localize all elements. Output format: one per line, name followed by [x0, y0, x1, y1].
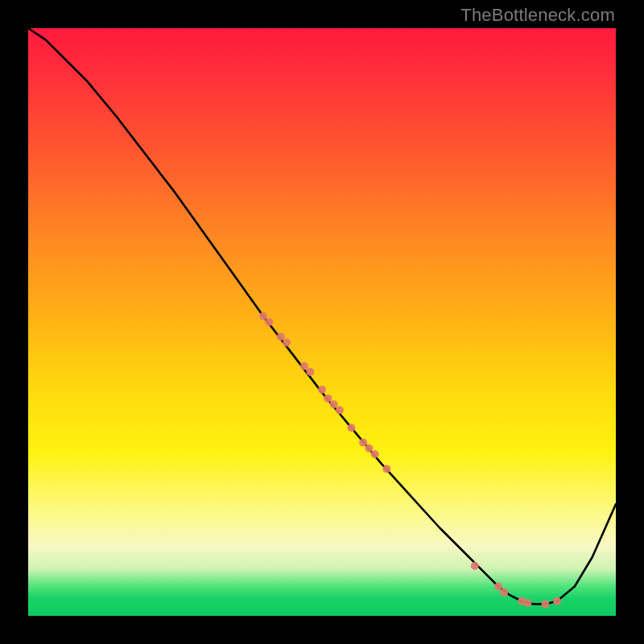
data-point: [348, 423, 356, 431]
data-point: [553, 597, 561, 605]
data-point: [471, 562, 479, 570]
bottleneck-curve: [28, 28, 616, 604]
data-point: [359, 439, 367, 447]
data-point: [277, 332, 285, 341]
data-point: [306, 368, 314, 376]
data-point: [318, 386, 326, 394]
chart-svg: [28, 28, 616, 616]
data-point: [283, 339, 291, 347]
data-point: [382, 465, 390, 473]
data-point: [300, 362, 308, 370]
data-point: [371, 450, 379, 458]
data-point: [524, 599, 532, 607]
data-point: [324, 394, 332, 402]
data-point: [365, 444, 373, 452]
curve-layer: [28, 28, 616, 604]
data-point: [259, 312, 267, 320]
data-point: [336, 407, 344, 415]
marker-layer: [259, 312, 561, 609]
chart-frame: TheBottleneck.com: [0, 0, 644, 644]
data-point: [494, 583, 502, 591]
watermark-text: TheBottleneck.com: [460, 5, 615, 26]
data-point: [541, 600, 549, 608]
data-point: [265, 318, 273, 326]
data-point: [500, 588, 508, 597]
data-point: [330, 400, 338, 408]
